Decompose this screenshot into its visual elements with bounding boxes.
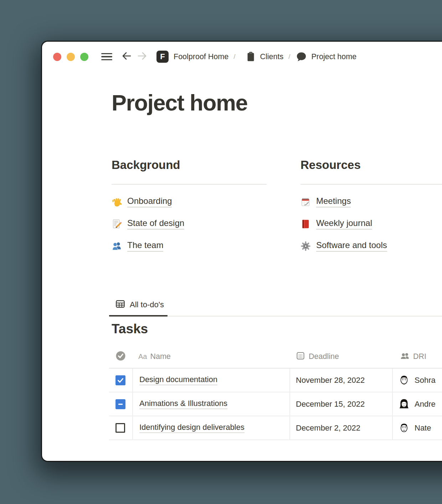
app-window: F Foolproof Home / Clients / Project hom… [42, 42, 442, 461]
table-row: Animations & Illustrations December 15, … [109, 392, 442, 416]
close-window-button[interactable] [53, 53, 61, 61]
minimize-window-button[interactable] [67, 53, 75, 61]
column-header-dri[interactable]: DRI [392, 351, 442, 362]
check-circle-icon [115, 351, 126, 362]
tasks-database-title: Tasks [112, 321, 148, 337]
tab-all-todos[interactable]: All to-do's [109, 299, 168, 316]
speech-bubble-icon [296, 51, 307, 62]
column-label: Name [150, 352, 170, 361]
deadline-cell[interactable]: December 15, 2022 [289, 392, 392, 416]
text-property-icon: Aa [138, 353, 147, 361]
done-checkbox[interactable] [115, 375, 125, 385]
deadline-cell[interactable]: November 28, 2022 [289, 369, 392, 392]
page-link-label: Software and tools [316, 240, 387, 252]
sections-row: Background [112, 158, 442, 257]
page-link-label: The team [127, 240, 163, 252]
breadcrumb-item-clients[interactable]: Clients [260, 52, 283, 61]
view-tab-bar: All to-do's [109, 299, 442, 317]
page-link-software-and-tools[interactable]: Software and tools [300, 235, 442, 257]
dri-cell[interactable]: Nate [392, 416, 442, 439]
avatar [398, 422, 410, 434]
page-link-meetings[interactable]: Meetings [300, 191, 442, 213]
spiral-calendar-icon [300, 197, 311, 207]
foolproof-logo: F [156, 51, 169, 63]
page-link-label: Meetings [316, 196, 351, 207]
table-row: Design documentation November 28, 2022 [109, 369, 442, 392]
table-view-icon [115, 299, 125, 310]
breadcrumb-separator: / [233, 53, 235, 61]
column-label: DRI [413, 352, 426, 361]
two-people-icon [112, 241, 122, 251]
memo-icon [112, 219, 122, 229]
dri-cell[interactable]: Andre [392, 392, 442, 416]
breadcrumb-item-project-home[interactable]: Project home [311, 52, 356, 61]
desktop-background: F Foolproof Home / Clients / Project hom… [0, 0, 442, 504]
avatar [398, 374, 410, 386]
name-cell[interactable]: Identifying design deliverables [132, 416, 289, 439]
section-background: Background [112, 158, 267, 257]
column-label: Deadline [309, 352, 339, 361]
back-arrow-icon[interactable] [120, 51, 132, 63]
page-link-the-team[interactable]: The team [112, 235, 267, 257]
section-resources: Resources [300, 158, 442, 257]
deadline-value: December 15, 2022 [296, 400, 365, 409]
column-header-done[interactable] [109, 351, 132, 362]
red-book-icon [300, 219, 311, 229]
people-property-icon [400, 351, 410, 362]
task-page-link[interactable]: Animations & Illustrations [139, 399, 227, 409]
section-title: Background [112, 158, 267, 172]
breadcrumb-separator: / [288, 53, 290, 61]
tasks-table: Aa Name Deadline [109, 345, 442, 440]
avatar [398, 398, 410, 410]
breadcrumb-item-foolproof-home[interactable]: Foolproof Home [174, 52, 228, 61]
tab-label: All to-do's [130, 299, 164, 310]
done-checkbox[interactable] [115, 423, 125, 433]
deadline-cell[interactable]: December 2, 2022 [289, 416, 392, 439]
name-cell[interactable]: Design documentation [132, 369, 289, 392]
dri-person-name: Sohra [415, 376, 436, 385]
done-checkbox[interactable] [115, 399, 125, 409]
page-link-weekly-journal[interactable]: Weekly journal [300, 213, 442, 235]
sidebar-toggle-menu-icon[interactable] [101, 53, 112, 61]
deadline-value: December 2, 2022 [296, 423, 360, 433]
calendar-property-icon [296, 351, 305, 362]
page-link-label: State of design [127, 218, 184, 230]
dri-cell[interactable]: Sohra [392, 369, 442, 392]
forward-arrow-icon[interactable] [137, 51, 149, 63]
titlebar: F Foolproof Home / Clients / Project hom… [53, 52, 356, 61]
section-title: Resources [300, 158, 442, 172]
page-link-state-of-design[interactable]: State of design [112, 213, 267, 235]
page-link-label: Weekly journal [316, 218, 372, 230]
zoom-window-button[interactable] [80, 53, 88, 61]
deadline-value: November 28, 2022 [296, 376, 365, 385]
column-header-name[interactable]: Aa Name [132, 352, 289, 361]
dri-person-name: Nate [415, 423, 431, 433]
column-header-deadline[interactable]: Deadline [289, 351, 392, 362]
table-header-row: Aa Name Deadline [109, 345, 442, 369]
page-title: Project home [112, 90, 247, 115]
task-page-link[interactable]: Design documentation [139, 375, 217, 385]
page-link-label: Onboarding [127, 196, 172, 207]
wave-icon [112, 197, 122, 207]
task-page-link[interactable]: Identifying design deliverables [139, 423, 245, 433]
name-cell[interactable]: Animations & Illustrations [132, 392, 289, 416]
table-row: Identifying design deliverables December… [109, 416, 442, 440]
gear-icon [300, 241, 311, 251]
dri-person-name: Andre [415, 400, 436, 409]
page-link-onboarding[interactable]: Onboarding [112, 191, 267, 213]
clipboard-icon [246, 51, 256, 62]
